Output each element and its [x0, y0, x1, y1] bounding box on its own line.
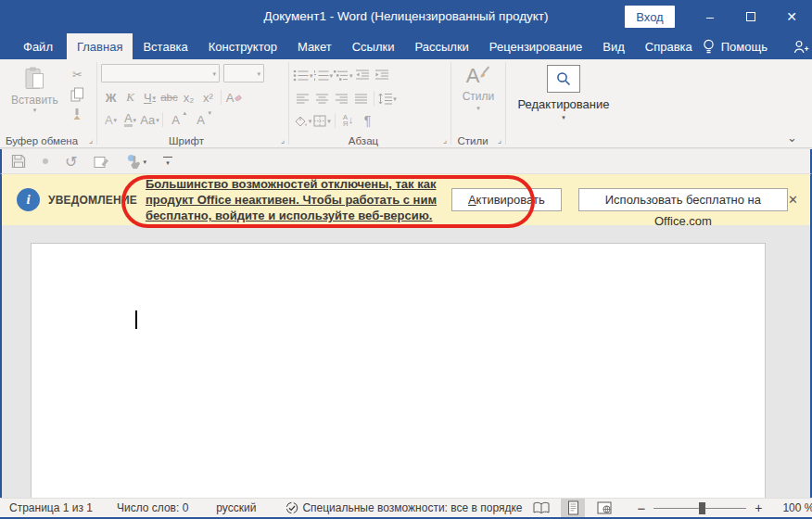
- tab-design[interactable]: Конструктор: [198, 33, 287, 59]
- maximize-button[interactable]: [730, 0, 771, 33]
- decrease-indent-button[interactable]: [353, 66, 373, 84]
- bold-label: Ж: [106, 91, 117, 105]
- cut-button[interactable]: ✂: [68, 67, 87, 82]
- styles-button[interactable]: А Стили ▾: [451, 66, 505, 111]
- increase-indent-button[interactable]: [373, 66, 392, 84]
- clear-formatting-button[interactable]: А: [224, 88, 244, 107]
- bullets-button[interactable]: ▾: [293, 66, 313, 84]
- redo-button[interactable]: ↺: [65, 153, 77, 171]
- tabrow-right: Помощь Поделиться: [703, 33, 812, 59]
- show-marks-button[interactable]: ¶: [358, 111, 377, 130]
- editor-button[interactable]: [94, 155, 109, 169]
- numbering-button[interactable]: ▾: [313, 66, 334, 84]
- highlight-color-button[interactable]: А▾: [121, 110, 140, 129]
- notification-close-icon[interactable]: ✕: [788, 193, 798, 207]
- borders-button[interactable]: ▾: [312, 111, 332, 130]
- language-status[interactable]: русский: [216, 501, 256, 514]
- tab-view[interactable]: Вид: [592, 33, 635, 59]
- web-layout-button[interactable]: [592, 499, 616, 517]
- print-layout-button[interactable]: [561, 499, 585, 517]
- minimize-icon: –: [706, 9, 714, 24]
- format-painter-button[interactable]: [68, 106, 87, 121]
- brush-icon: [479, 66, 490, 79]
- notification-message[interactable]: Большинство возможностей отключены, так …: [146, 176, 435, 223]
- document-page[interactable]: [31, 243, 766, 500]
- undo-button[interactable]: [43, 158, 48, 164]
- text-effects-button[interactable]: А▾: [101, 110, 121, 129]
- shading-button[interactable]: ▾: [293, 111, 312, 130]
- tab-mailings[interactable]: Рассылки: [404, 33, 478, 59]
- tab-layout[interactable]: Макет: [287, 33, 342, 59]
- close-button[interactable]: ✕: [771, 0, 812, 33]
- minimize-button[interactable]: –: [690, 0, 730, 33]
- quick-access-toolbar: ↺ ▾ ▾: [0, 149, 812, 174]
- read-mode-button[interactable]: [529, 499, 553, 517]
- styles-dialog-launcher[interactable]: ⌟: [498, 136, 501, 145]
- subscript-button[interactable]: x₂: [179, 88, 198, 107]
- font-size-select[interactable]: ▾: [223, 64, 264, 82]
- tab-references[interactable]: Ссылки: [342, 33, 405, 59]
- paste-button[interactable]: Вставить ▾: [11, 66, 58, 121]
- zoom-slider-handle[interactable]: [699, 502, 705, 514]
- zoom-level[interactable]: 100 %: [777, 501, 812, 514]
- redo-icon: ↺: [65, 153, 77, 171]
- superscript-label: x²: [203, 91, 213, 105]
- zoom-out-button[interactable]: −: [637, 500, 645, 516]
- zoom-in-button[interactable]: +: [755, 500, 762, 515]
- share-person-icon: [793, 40, 809, 54]
- help-button[interactable]: Помощь: [703, 39, 768, 55]
- share-button[interactable]: Поделиться: [793, 40, 812, 54]
- sort-button[interactable]: АЯ ↓: [338, 111, 358, 130]
- strikethrough-label: abc: [160, 92, 178, 103]
- tab-home[interactable]: Главная: [67, 33, 133, 59]
- save-button[interactable]: [11, 154, 26, 169]
- grow-font-button[interactable]: А▴: [166, 110, 185, 129]
- page-count-status[interactable]: Страница 1 из 1: [9, 501, 93, 514]
- font-name-select[interactable]: ▾: [101, 64, 220, 82]
- justify-button[interactable]: [351, 89, 371, 108]
- chevron-down-icon: ▾: [33, 107, 37, 113]
- help-label: Помощь: [721, 40, 768, 54]
- accessibility-status[interactable]: Специальные возможности: все в порядке: [285, 501, 522, 514]
- touch-mode-button[interactable]: ▾: [126, 154, 146, 170]
- align-right-button[interactable]: [332, 89, 351, 108]
- multilevel-list-button[interactable]: ▾: [333, 66, 353, 84]
- change-case-button[interactable]: Аа▾: [140, 110, 159, 129]
- ribbon-tabs: Файл Главная Вставка Конструктор Макет С…: [0, 33, 812, 59]
- strikethrough-button[interactable]: abc: [159, 88, 179, 107]
- tab-review[interactable]: Рецензирование: [479, 33, 592, 59]
- clipboard-dialog-launcher[interactable]: ⌟: [89, 136, 93, 145]
- activate-button[interactable]: Активировать: [451, 188, 562, 211]
- customize-qat-button[interactable]: ▾: [163, 157, 172, 166]
- zoom-slider[interactable]: [653, 502, 746, 514]
- underline-button[interactable]: Ч▾: [140, 88, 159, 107]
- tab-file[interactable]: Файл: [9, 33, 67, 59]
- notification-message-line2[interactable]: продукт Office неактивен. Чтобы работать…: [146, 192, 435, 208]
- maximize-icon: [746, 12, 755, 21]
- word-window: Документ1 - Word (Нелицензированный прод…: [0, 0, 812, 519]
- line-spacing-button[interactable]: ▾: [377, 89, 397, 108]
- copy-button[interactable]: [68, 86, 87, 102]
- web-layout-icon: [597, 501, 612, 514]
- shrink-font-button[interactable]: А▾: [191, 110, 210, 129]
- align-left-button[interactable]: [293, 89, 312, 108]
- tab-help[interactable]: Справка: [635, 33, 703, 59]
- notification-message-line1[interactable]: Большинство возможностей отключены, так …: [146, 176, 435, 192]
- bullets-icon: [293, 70, 309, 82]
- superscript-button[interactable]: x²: [198, 88, 218, 107]
- pilcrow-icon: ¶: [364, 113, 372, 128]
- paragraph-dialog-launcher[interactable]: ⌟: [443, 136, 447, 145]
- italic-button[interactable]: К: [121, 88, 140, 107]
- tab-insert[interactable]: Вставка: [133, 33, 197, 59]
- use-free-button[interactable]: Использовать бесплатно на Office.com: [578, 188, 788, 211]
- notification-message-line3[interactable]: бесплатно, войдите и используйте веб-вер…: [146, 208, 435, 223]
- collapse-ribbon-button[interactable]: ⌄: [787, 132, 797, 144]
- bold-button[interactable]: Ж: [101, 88, 121, 107]
- title-bar: Документ1 - Word (Нелицензированный прод…: [0, 0, 812, 33]
- sign-in-button[interactable]: Вход: [625, 6, 675, 28]
- word-count-status[interactable]: Число слов: 0: [117, 501, 188, 514]
- editing-button[interactable]: Редактирование ▾: [506, 65, 621, 120]
- font-dialog-launcher[interactable]: ⌟: [281, 136, 285, 145]
- license-notification-bar: i УВЕДОМЛЕНИЕ Большинство возможностей о…: [0, 174, 812, 225]
- align-center-button[interactable]: [312, 89, 332, 108]
